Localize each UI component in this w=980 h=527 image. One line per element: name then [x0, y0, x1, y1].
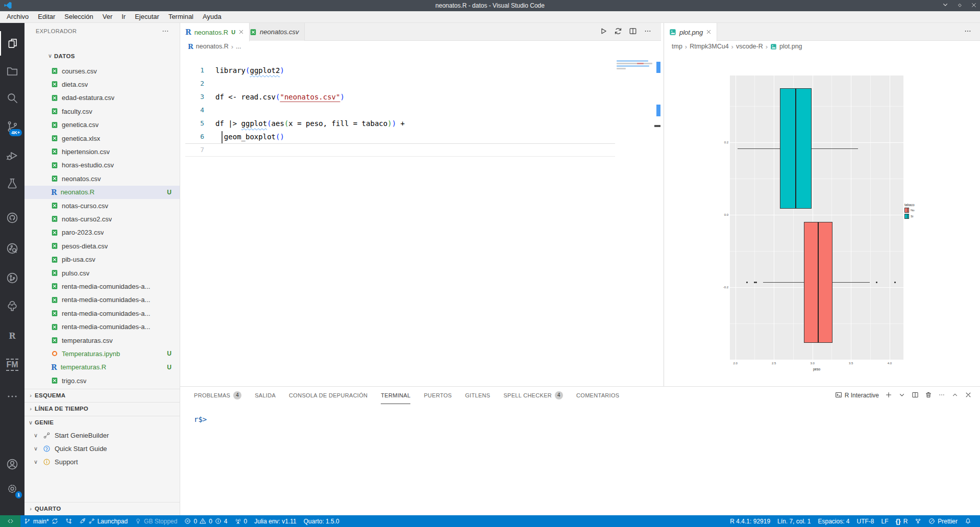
- menu-item-ir[interactable]: Ir: [117, 11, 130, 22]
- status-eol[interactable]: LF: [878, 515, 892, 527]
- close-button[interactable]: [971, 1, 977, 10]
- status-encoding[interactable]: UTF-8: [853, 515, 878, 527]
- status-launchpad[interactable]: Launchpad: [76, 515, 131, 527]
- file-genetica-csv[interactable]: genetica.csv: [24, 118, 180, 132]
- file-faculty-csv[interactable]: faculty.csv: [24, 105, 180, 118]
- terminal-shell-label[interactable]: R Interactive: [835, 391, 879, 400]
- panel-maximize-panel[interactable]: [951, 391, 959, 400]
- tab-close-icon[interactable]: [706, 29, 712, 36]
- panel-close-panel[interactable]: [965, 391, 972, 400]
- menu-item-ver[interactable]: Ver: [98, 11, 117, 22]
- file-hipertension-csv[interactable]: hipertension.csv: [24, 145, 180, 158]
- menu-item-selección[interactable]: Selección: [60, 11, 97, 22]
- status-language-mode[interactable]: {}R: [892, 515, 912, 527]
- panel-tab-terminal[interactable]: TERMINAL: [381, 387, 410, 404]
- sidebar-more-icon[interactable]: [161, 27, 169, 37]
- status-gb-stopped[interactable]: GB Stopped: [131, 515, 181, 527]
- breadcrumb[interactable]: R neonatos.R › ...: [180, 41, 661, 52]
- status-notifications[interactable]: [961, 515, 975, 527]
- activity-explorer[interactable]: [0, 31, 24, 56]
- file-pulso-csv[interactable]: pulso.csv: [24, 266, 180, 280]
- file-renta-media-comunidades-a-[interactable]: renta-media-comunidades-a...: [24, 293, 180, 307]
- file-paro-2023-csv[interactable]: paro-2023.csv: [24, 226, 180, 239]
- file-neonatos-csv[interactable]: neonatos.csv: [24, 172, 180, 185]
- breadcrumb-file[interactable]: neonatos.R: [196, 43, 229, 50]
- genie-item-quick-start-guide[interactable]: ∨Quick Start Guide: [24, 442, 180, 455]
- file-neonatos-r[interactable]: Rneonatos.RU: [24, 186, 180, 199]
- status-quarto-version[interactable]: Quarto: 1.5.0: [300, 515, 343, 527]
- panel-kill-terminal[interactable]: [925, 391, 932, 400]
- menu-item-editar[interactable]: Editar: [33, 11, 60, 22]
- panel-split-terminal[interactable]: [912, 391, 919, 400]
- panel-tab-spell-checker[interactable]: SPELL CHECKER4: [503, 387, 563, 404]
- panel-tab-comentarios[interactable]: COMENTARIOS: [576, 387, 619, 404]
- activity-settings[interactable]: 1: [0, 476, 24, 501]
- breadcrumb[interactable]: tmp›Rtmpk3MCu4›vscode-R›plot.png: [664, 41, 980, 52]
- panel-tab-puertos[interactable]: PUERTOS: [424, 387, 452, 404]
- file-edad-estatura-csv[interactable]: edad-estatura.csv: [24, 91, 180, 105]
- panel-tab-problemas[interactable]: PROBLEMAS4: [194, 387, 241, 404]
- panel-tab-salida[interactable]: SALIDA: [255, 387, 276, 404]
- folder-root-datos[interactable]: ∨ DATOS: [24, 49, 180, 62]
- menu-item-terminal[interactable]: Terminal: [164, 11, 198, 22]
- code-editor[interactable]: 1library(ggplot2)23df <- read.csv("neona…: [180, 52, 661, 386]
- action-run-source[interactable]: [614, 27, 622, 37]
- status-remote-indicator[interactable]: [0, 515, 20, 527]
- file-renta-media-comunidades-a-[interactable]: renta-media-comunidades-a...: [24, 307, 180, 320]
- activity-gitlens[interactable]: [0, 236, 24, 261]
- sidebar-section-genie[interactable]: ∨GENIE: [24, 416, 180, 429]
- action-run-file[interactable]: [599, 27, 607, 37]
- status-prettier[interactable]: Prettier: [925, 515, 961, 527]
- tab-plot-png[interactable]: plot.png: [664, 23, 717, 41]
- activity-r-extension[interactable]: R: [0, 323, 24, 348]
- breadcrumb-more[interactable]: ...: [236, 43, 241, 50]
- status-r-session[interactable]: R 4.4.1: 92919: [726, 515, 774, 527]
- menu-item-ejecutar[interactable]: Ejecutar: [130, 11, 164, 22]
- breadcrumb-item[interactable]: Rtmpk3MCu4: [690, 43, 728, 50]
- panel-terminal-dropdown[interactable]: [898, 391, 905, 400]
- file-trigo-csv[interactable]: trigo.csv: [24, 374, 180, 387]
- status-remote-hub[interactable]: [911, 515, 925, 527]
- activity-workspace-folder[interactable]: [0, 59, 24, 84]
- status-indentation[interactable]: Espacios: 4: [814, 515, 853, 527]
- file-pesos-dieta-csv[interactable]: pesos-dieta.csv: [24, 239, 180, 253]
- activity-testing[interactable]: [0, 171, 24, 196]
- action-split-editor[interactable]: [629, 27, 637, 37]
- minimize-button[interactable]: [942, 1, 949, 10]
- activity-more-views[interactable]: [0, 384, 24, 409]
- activity-run-debug[interactable]: [0, 143, 24, 168]
- file-renta-media-comunidades-a-[interactable]: renta-media-comunidades-a...: [24, 280, 180, 293]
- status-julia-env[interactable]: Julia env: v1.11: [251, 515, 300, 527]
- file-horas-estudio-csv[interactable]: horas-estudio.csv: [24, 159, 180, 172]
- menu-item-ayuda[interactable]: Ayuda: [198, 11, 226, 22]
- action-more-actions[interactable]: [644, 27, 652, 37]
- breadcrumb-file[interactable]: plot.png: [779, 43, 802, 50]
- maximize-button[interactable]: [957, 1, 963, 10]
- status-commit-graph[interactable]: [62, 515, 76, 527]
- tab-neonatos-csv[interactable]: neonatos.csv: [244, 23, 305, 41]
- sidebar-section-l-nea-de-tiempo[interactable]: ›LÍNEA DE TIEMPO: [24, 402, 180, 415]
- status-git-branch[interactable]: main*: [20, 515, 62, 527]
- panel-new-terminal[interactable]: [885, 391, 892, 400]
- file-temperaturas-r[interactable]: Rtemperaturas.RU: [24, 361, 180, 374]
- genie-item-start-geniebuilder[interactable]: ∨Start GenieBuilder: [24, 429, 180, 442]
- activity-commit-graph[interactable]: [0, 266, 24, 290]
- file-notas-curso2-csv[interactable]: notas-curso2.csv: [24, 212, 180, 225]
- panel-tab-consola-de-depuraci-n[interactable]: CONSOLA DE DEPURACIÓN: [289, 387, 368, 404]
- genie-item-support[interactable]: ∨Support: [24, 456, 180, 468]
- status-ports[interactable]: 0: [231, 515, 251, 527]
- tab-neonatos-r[interactable]: Rneonatos.RU: [180, 23, 250, 41]
- sidebar-section-esquema[interactable]: ›ESQUEMA: [24, 389, 180, 401]
- file-dieta-csv[interactable]: dieta.csv: [24, 78, 180, 91]
- menu-item-archivo[interactable]: Archivo: [2, 11, 33, 22]
- file-notas-curso-csv[interactable]: notas-curso.csv: [24, 199, 180, 212]
- activity-fm-extension[interactable]: FM: [0, 353, 24, 377]
- panel-tab-gitlens[interactable]: GITLENS: [465, 387, 490, 404]
- file-renta-media-comunidades-a-[interactable]: renta-media-comunidades-a...: [24, 320, 180, 334]
- status-cursor-position[interactable]: Lín. 7, col. 1: [774, 515, 814, 527]
- file-temperaturas-ipynb[interactable]: Temperaturas.ipynbU: [24, 347, 180, 360]
- breadcrumb-item[interactable]: vscode-R: [736, 43, 763, 50]
- file-pib-usa-csv[interactable]: pib-usa.csv: [24, 253, 180, 266]
- action-more-actions[interactable]: [964, 27, 972, 37]
- activity-source-control[interactable]: 4K+: [0, 114, 24, 139]
